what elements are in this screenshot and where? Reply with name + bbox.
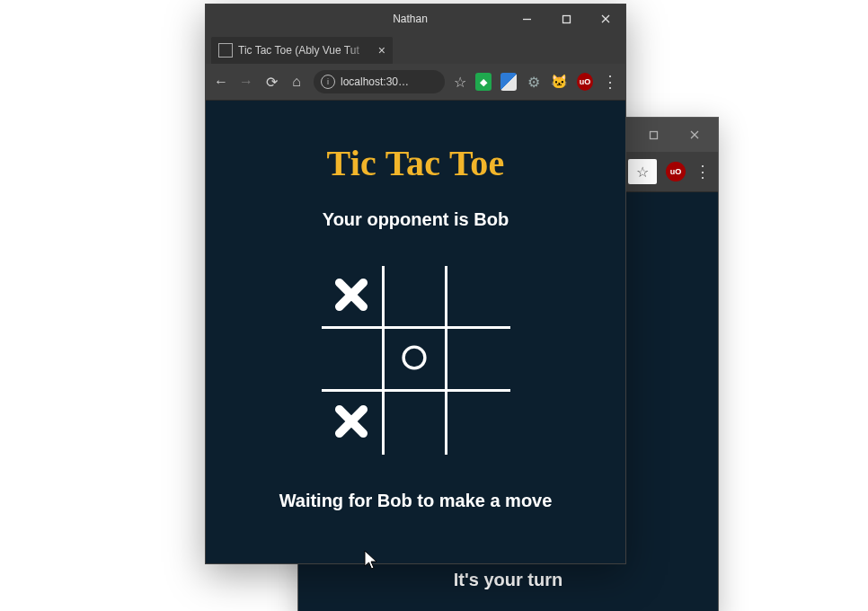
board-cell-0-0[interactable] [322, 266, 385, 329]
close-button[interactable] [586, 4, 625, 33]
extension-ublock-icon[interactable]: uO [577, 73, 593, 91]
primary-browser-window: Nathan Tic Tac Toe (Ably Vue Tut × ← → ⟳… [205, 4, 626, 564]
maximize-button[interactable] [546, 4, 586, 33]
browser-toolbar: ← → ⟳ ⌂ i localhost:30… ☆ ◆ ⚙ 🐱 uO ⋮ [206, 64, 625, 101]
status-message: It's your turn [298, 570, 718, 590]
tab-favicon-icon [218, 43, 233, 58]
bookmark-star-icon[interactable]: ☆ [628, 159, 657, 184]
tab-close-icon[interactable]: × [378, 43, 385, 58]
mark-x-icon [334, 404, 368, 442]
chrome-profile-name[interactable]: Nathan [314, 13, 507, 25]
site-info-icon[interactable]: i [321, 75, 335, 89]
svg-rect-1 [650, 131, 657, 138]
window-titlebar: Nathan [206, 4, 625, 33]
board-cell-2-0[interactable] [322, 392, 385, 455]
close-button[interactable] [675, 118, 714, 152]
game-area: Tic Tac Toe Your opponent is Bob Waiting… [206, 101, 625, 511]
status-message: Waiting for Bob to make a move [206, 491, 625, 511]
extension-ublock-icon[interactable]: uO [666, 162, 686, 182]
mark-o-icon [399, 342, 430, 376]
board-cell-0-2[interactable] [447, 266, 510, 329]
board-cell-1-1[interactable] [385, 329, 447, 392]
board-cell-1-0[interactable] [322, 329, 385, 392]
bookmark-star-icon[interactable]: ☆ [454, 74, 466, 91]
board-cell-1-2[interactable] [447, 329, 510, 392]
maximize-button[interactable] [633, 118, 673, 152]
extension-gear-icon[interactable]: ⚙ [526, 73, 542, 91]
browser-tab[interactable]: Tic Tac Toe (Ably Vue Tut × [211, 37, 393, 64]
address-bar-text: localhost:30… [341, 75, 438, 88]
extension-cat-icon[interactable]: 🐱 [551, 73, 568, 91]
opponent-line: Your opponent is Bob [206, 209, 625, 230]
svg-point-8 [403, 347, 425, 368]
nav-home-icon[interactable]: ⌂ [288, 74, 305, 90]
menu-kebab-icon[interactable]: ⋮ [695, 164, 711, 180]
board-cell-0-1[interactable] [385, 266, 447, 329]
board-cell-2-1[interactable] [385, 392, 447, 455]
minimize-button[interactable] [507, 4, 546, 33]
nav-back-icon[interactable]: ← [213, 74, 229, 90]
nav-reload-icon[interactable]: ⟳ [263, 74, 279, 91]
tic-tac-toe-board [322, 266, 510, 455]
board-cell-2-2[interactable] [447, 392, 510, 455]
svg-rect-5 [562, 15, 570, 22]
address-bar[interactable]: i localhost:30… [314, 70, 445, 93]
mark-x-icon [334, 278, 368, 315]
tab-strip: Tic Tac Toe (Ably Vue Tut × [206, 33, 625, 64]
extension-blue-icon[interactable] [500, 73, 517, 91]
extension-green-icon[interactable]: ◆ [475, 73, 492, 91]
tab-title: Tic Tac Toe (Ably Vue Tut [238, 44, 373, 57]
game-title: Tic Tac Toe [206, 142, 625, 184]
nav-forward-icon[interactable]: → [238, 74, 254, 90]
menu-kebab-icon[interactable]: ⋮ [602, 74, 618, 90]
